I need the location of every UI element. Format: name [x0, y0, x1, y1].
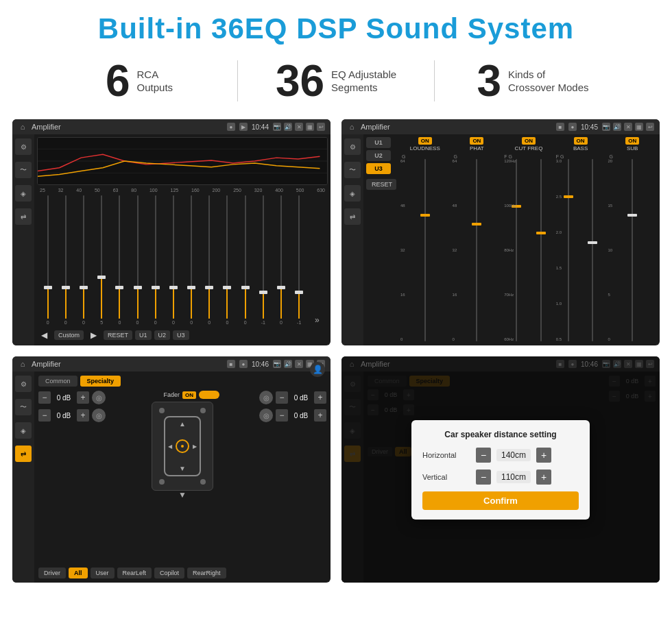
vertical-label: Vertical [422, 473, 470, 481]
play-icon: ▶ [239, 123, 248, 131]
minus-btn-2[interactable]: − [38, 409, 51, 422]
back-icon: ↩ [317, 123, 325, 131]
arrow-up: ▲ [179, 420, 186, 428]
minus-btn-1[interactable]: − [38, 391, 51, 404]
u1-btn-cross[interactable]: U1 [366, 137, 391, 148]
vertical-plus[interactable]: + [536, 470, 551, 485]
eq-ico-3[interactable]: ⚙ [15, 376, 32, 392]
loudness-col: ON LOUDNESS G 64 [400, 137, 450, 343]
rearleft-btn[interactable]: RearLeft [117, 568, 152, 578]
screen-crossover: ⌂ Amplifier ■ ● 10:45 📷 🔊 ✕ ▦ ↩ ⚙ 〜 ◈ ⇄ [341, 119, 660, 345]
reset-btn[interactable]: RESET [104, 330, 132, 340]
back-icon-2: ↩ [646, 123, 654, 131]
horizontal-value: 140cm [496, 449, 531, 461]
u3-btn-cross[interactable]: U3 [366, 163, 391, 174]
all-btn[interactable]: All [69, 568, 88, 578]
stat-eq: 36 EQ Adjustable Segments [238, 59, 434, 103]
prev-btn[interactable]: ◀ [37, 329, 51, 341]
wave-icon[interactable]: 〜 [15, 162, 32, 178]
profile-icon[interactable]: 👤 [310, 362, 325, 377]
vertical-minus[interactable]: − [476, 470, 491, 485]
reset-btn-cross[interactable]: RESET [366, 179, 396, 190]
horizontal-plus[interactable]: + [536, 448, 551, 463]
fader-diagram: Fader ON [141, 391, 224, 563]
sub-on[interactable]: ON [625, 137, 639, 145]
horizontal-minus[interactable]: − [476, 448, 491, 463]
home-icon: ⌂ [18, 122, 27, 132]
fader-on-badge[interactable]: ON [182, 391, 196, 399]
home-icon-2: ⌂ [347, 122, 357, 132]
u2-btn[interactable]: U2 [154, 330, 171, 340]
fader-row-1: − 0 dB + ◎ [38, 391, 136, 404]
eq-icon[interactable]: ⚙ [15, 138, 32, 155]
sub-col: ON SUB G 20 [608, 137, 657, 343]
cross-left-panel: ⚙ 〜 ◈ ⇄ [341, 134, 363, 345]
freq-63: 63 [113, 188, 119, 193]
slider-6: 0 [147, 195, 163, 325]
ch-ico-2[interactable]: ⇄ [344, 208, 361, 225]
bass-on[interactable]: ON [574, 137, 588, 145]
dot2-icon-2: ● [568, 123, 577, 131]
camera-icon: 📷 [273, 123, 281, 131]
screen2-status-icons: 📷 🔊 ✕ ▦ ↩ [602, 123, 654, 131]
sound-ico-2[interactable]: ◈ [344, 185, 361, 202]
freq-500: 500 [296, 188, 304, 193]
screen1-topbar: ⌂ Amplifier ● ▶ 10:44 📷 🔊 ✕ ▦ ↩ [12, 119, 331, 134]
freq-25: 25 [40, 188, 45, 193]
u1-btn[interactable]: U1 [135, 330, 152, 340]
minus-btn-4[interactable]: − [276, 409, 288, 422]
plus-btn-1[interactable]: + [77, 391, 89, 404]
loudness-on[interactable]: ON [418, 137, 432, 145]
driver-btn[interactable]: Driver [38, 568, 66, 578]
screen2-title: Amplifier [361, 123, 552, 131]
screen1-body: ⚙ 〜 ◈ ⇄ [12, 134, 331, 345]
screen1-title: Amplifier [32, 123, 223, 131]
tab-specialty-3[interactable]: Specialty [80, 376, 121, 387]
screen2-time: 10:45 [581, 123, 598, 131]
slider-8: 0 [184, 195, 200, 325]
fader-left-panel: ⚙ 〜 ◈ ⇄ [12, 371, 34, 583]
phat-col: ON PHAT G 64 [453, 137, 502, 343]
eq-ico-2[interactable]: ⚙ [344, 138, 361, 155]
screen3-title: Amplifier [32, 360, 223, 368]
phat-on[interactable]: ON [470, 137, 483, 145]
wave-ico-2[interactable]: 〜 [344, 162, 361, 178]
eq-graph [37, 137, 328, 185]
fader-toggle-slider[interactable] [199, 391, 219, 399]
sound-icon[interactable]: ◈ [15, 185, 32, 202]
crosshair-circle [176, 439, 189, 453]
left-panel-1: ⚙ 〜 ◈ ⇄ [12, 134, 34, 345]
crosshair-dot [181, 445, 184, 448]
eq-bottom-bar: ◀ Custom ▶ RESET U1 U2 U3 [37, 328, 328, 343]
tab-common-3[interactable]: Common [38, 376, 77, 387]
screen1-time: 10:44 [252, 123, 269, 131]
rearright-btn[interactable]: RearRight [187, 568, 226, 578]
db-val-3: 0 dB [291, 394, 311, 402]
minus-btn-3[interactable]: − [276, 391, 288, 404]
next-btn[interactable]: ▶ [86, 329, 101, 341]
cross-columns: ON LOUDNESS G 64 [400, 137, 657, 343]
screen3-body: ⚙ 〜 ◈ ⇄ Common Specialty − 0 dB [12, 371, 331, 583]
sound-ico-3[interactable]: ◈ [15, 422, 32, 439]
u3-btn[interactable]: U3 [173, 330, 189, 340]
plus-btn-3[interactable]: + [314, 391, 326, 404]
slider-11: 0 [237, 195, 253, 325]
stat-label-crossover: Kinds of Crossover Modes [508, 68, 589, 95]
copilot-btn[interactable]: Copilot [154, 568, 184, 578]
ch-ico-3[interactable]: ⇄ [15, 446, 32, 462]
stat-rca: 6 RCA Outputs [41, 59, 237, 103]
screen-fader: ⌂ Amplifier ■ ● 10:46 📷 🔊 ✕ ▦ ↩ ⚙ 〜 ◈ ⇄ [12, 356, 331, 583]
speaker-dot-bl [159, 479, 165, 485]
cam-icon-2: 📷 [602, 123, 610, 131]
cutfreq-on[interactable]: ON [522, 137, 536, 145]
user-btn[interactable]: User [91, 568, 115, 578]
freq-100: 100 [149, 188, 158, 193]
wave-ico-3[interactable]: 〜 [15, 399, 32, 415]
plus-btn-2[interactable]: + [77, 409, 89, 422]
confirm-button[interactable]: Confirm [422, 491, 579, 510]
cam-icon-3: 📷 [273, 360, 281, 368]
ch-icon[interactable]: ⇄ [15, 208, 32, 225]
u2-btn-cross[interactable]: U2 [366, 150, 391, 161]
plus-btn-4[interactable]: + [314, 409, 326, 422]
custom-btn[interactable]: Custom [54, 330, 84, 340]
